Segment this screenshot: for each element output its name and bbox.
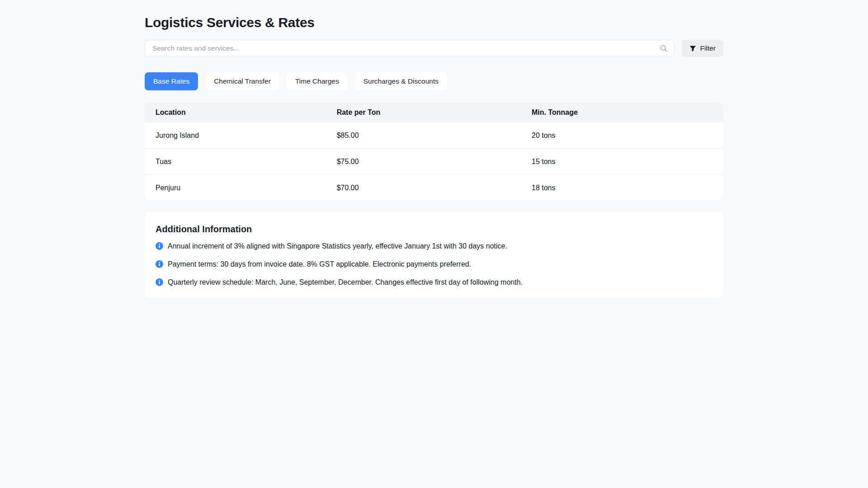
info-icon bbox=[156, 242, 163, 250]
search-input[interactable] bbox=[145, 40, 674, 57]
tab-surcharges-discounts[interactable]: Surcharges & Discounts bbox=[355, 72, 447, 90]
info-item: Payment terms: 30 days from invoice date… bbox=[156, 260, 712, 269]
table-row: Jurong Island $85.00 20 tons bbox=[145, 122, 723, 148]
table-body: Jurong Island $85.00 20 tons Tuas $75.00… bbox=[145, 122, 723, 201]
column-header-rate-per-ton: Rate per Ton bbox=[326, 103, 521, 122]
table-row: Tuas $75.00 15 tons bbox=[145, 148, 723, 174]
funnel-icon bbox=[689, 45, 696, 52]
filter-button-label: Filter bbox=[700, 44, 716, 52]
page-title: Logistics Services & Rates bbox=[145, 15, 723, 30]
search-row: Filter bbox=[145, 40, 723, 57]
filter-button[interactable]: Filter bbox=[682, 40, 723, 57]
cell-location: Jurong Island bbox=[145, 122, 326, 148]
table-header-row: Location Rate per Ton Min. Tonnage bbox=[145, 103, 723, 122]
cell-location: Tuas bbox=[145, 149, 326, 174]
info-item: Quarterly review schedule: March, June, … bbox=[156, 278, 712, 287]
main-content: Logistics Services & Rates Filter Base R… bbox=[145, 0, 723, 298]
info-icon bbox=[156, 278, 163, 286]
cell-min-tonnage: 15 tons bbox=[521, 149, 723, 174]
tab-base-rates[interactable]: Base Rates bbox=[145, 72, 198, 90]
cell-rate: $70.00 bbox=[326, 175, 521, 201]
cell-min-tonnage: 18 tons bbox=[521, 175, 723, 201]
additional-info-card: Additional Information Annual increment … bbox=[145, 212, 723, 298]
rates-table: Location Rate per Ton Min. Tonnage Juron… bbox=[145, 103, 723, 201]
cell-location: Penjuru bbox=[145, 175, 326, 201]
tab-chemical-transfer[interactable]: Chemical Transfer bbox=[205, 72, 279, 90]
tab-bar: Base Rates Chemical Transfer Time Charge… bbox=[145, 72, 723, 90]
info-item-text: Quarterly review schedule: March, June, … bbox=[168, 278, 523, 287]
info-item-text: Payment terms: 30 days from invoice date… bbox=[168, 260, 471, 269]
additional-info-heading: Additional Information bbox=[156, 224, 712, 235]
info-item: Annual increment of 3% aligned with Sing… bbox=[156, 242, 712, 251]
cell-rate: $85.00 bbox=[326, 122, 521, 148]
tab-time-charges[interactable]: Time Charges bbox=[287, 72, 348, 90]
table-row: Penjuru $70.00 18 tons bbox=[145, 174, 723, 201]
search-icon bbox=[660, 44, 668, 52]
column-header-min-tonnage: Min. Tonnage bbox=[521, 103, 723, 122]
cell-rate: $75.00 bbox=[326, 149, 521, 174]
search-box bbox=[145, 40, 674, 57]
info-item-text: Annual increment of 3% aligned with Sing… bbox=[168, 242, 507, 251]
info-icon bbox=[156, 260, 163, 268]
column-header-location: Location bbox=[145, 103, 326, 122]
cell-min-tonnage: 20 tons bbox=[521, 122, 723, 148]
